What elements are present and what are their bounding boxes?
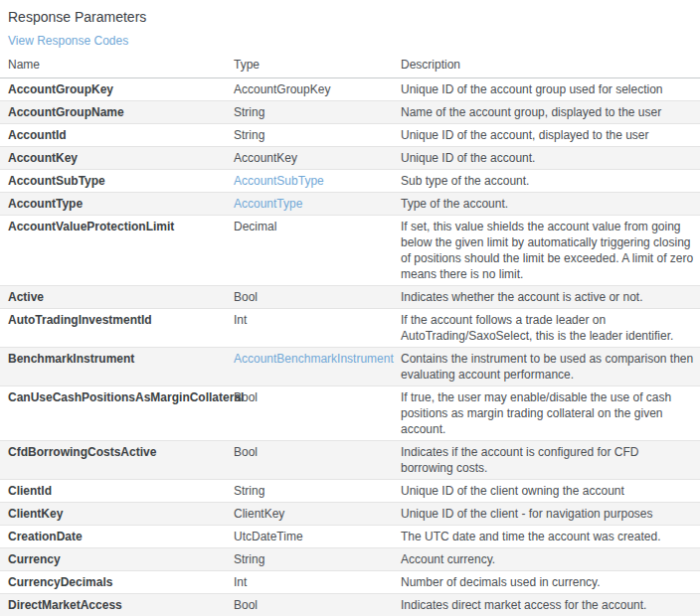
- param-description: Contains the instrument to be used as co…: [401, 348, 700, 385]
- table-row: AccountId String Unique ID of the accoun…: [0, 123, 700, 146]
- param-description: If set, this value shields the account v…: [401, 216, 700, 285]
- table-row: ClientKey ClientKey Unique ID of the cli…: [0, 502, 700, 525]
- table-header-row: Name Type Description: [0, 53, 700, 78]
- param-type: String: [234, 548, 401, 570]
- param-description: Indicates direct market access for the a…: [401, 594, 700, 616]
- param-name: ClientId: [0, 480, 234, 502]
- param-type-link[interactable]: AccountBenchmarkInstrument: [234, 348, 401, 370]
- param-name: ClientKey: [0, 503, 234, 525]
- param-type: AccountGroupKey: [234, 78, 401, 100]
- param-type: Bool: [234, 594, 401, 616]
- param-type: Decimal: [234, 216, 401, 237]
- param-name: CreationDate: [0, 526, 234, 547]
- param-name: AccountKey: [0, 147, 234, 169]
- table-row: CreationDate UtcDateTime The UTC date an…: [0, 525, 700, 547]
- table-row: CfdBorrowingCostsActive Bool Indicates i…: [0, 440, 700, 479]
- table-row: AccountSubType AccountSubType Sub type o…: [0, 169, 700, 192]
- param-description: If the account follows a trade leader on…: [401, 309, 700, 347]
- table-row: CanUseCashPositionsAsMarginCollateral Bo…: [0, 385, 700, 440]
- table-row: AccountKey AccountKey Unique ID of the a…: [0, 146, 700, 169]
- param-name: AutoTradingInvestmentId: [0, 309, 234, 331]
- param-description: Indicates if the account is configured f…: [401, 441, 700, 479]
- param-description: Unique ID of the account, displayed to t…: [401, 124, 700, 146]
- param-name: BenchmarkInstrument: [0, 348, 234, 370]
- param-name: AccountType: [0, 193, 234, 215]
- param-type-link[interactable]: AccountType: [234, 193, 401, 215]
- column-header-description: Description: [401, 57, 700, 73]
- param-type: Int: [234, 571, 401, 593]
- table-row: AutoTradingInvestmentId Int If the accou…: [0, 308, 700, 347]
- param-type: Int: [234, 309, 401, 331]
- table-row: AccountGroupName String Name of the acco…: [0, 100, 700, 123]
- param-type: String: [234, 480, 401, 502]
- param-description: Type of the account.: [401, 193, 700, 215]
- response-parameters-table: Name Type Description AccountGroupKey Ac…: [0, 53, 700, 616]
- param-type: Bool: [234, 386, 401, 408]
- param-name: CurrencyDecimals: [0, 571, 234, 593]
- view-response-codes-link[interactable]: View Response Codes: [8, 34, 128, 49]
- param-name: Active: [0, 286, 234, 308]
- table-row: DirectMarketAccess Bool Indicates direct…: [0, 593, 700, 616]
- param-name: AccountId: [0, 124, 234, 146]
- param-description: Number of decimals used in currency.: [401, 571, 700, 593]
- param-description: Unique ID of the account.: [401, 147, 700, 169]
- param-description: Unique ID of the client owning the accou…: [401, 480, 700, 502]
- table-body: AccountGroupKey AccountGroupKey Unique I…: [0, 78, 700, 616]
- param-type: AccountKey: [234, 147, 401, 169]
- param-type: ClientKey: [234, 503, 401, 525]
- table-row: CurrencyDecimals Int Number of decimals …: [0, 570, 700, 593]
- table-row: AccountValueProtectionLimit Decimal If s…: [0, 215, 700, 285]
- table-row: AccountGroupKey AccountGroupKey Unique I…: [0, 78, 700, 100]
- page-title: Response Parameters: [0, 8, 700, 26]
- param-type: UtcDateTime: [234, 526, 401, 547]
- param-name: AccountSubType: [0, 170, 234, 192]
- param-name: DirectMarketAccess: [0, 594, 234, 616]
- param-name: AccountGroupName: [0, 101, 234, 123]
- param-type: String: [234, 101, 401, 123]
- table-row: Active Bool Indicates whether the accoun…: [0, 285, 700, 308]
- param-description: Unique ID of the client - for navigation…: [401, 503, 700, 525]
- column-header-name: Name: [0, 57, 234, 73]
- param-description: Sub type of the account.: [401, 170, 700, 192]
- param-name: CfdBorrowingCostsActive: [0, 441, 234, 463]
- param-description: Indicates whether the account is active …: [401, 286, 700, 308]
- response-parameters-section: Response Parameters View Response Codes …: [0, 0, 700, 616]
- param-description: If true, the user may enable/disable the…: [401, 386, 700, 440]
- param-description: The UTC date and time the account was cr…: [401, 526, 700, 547]
- table-row: AccountType AccountType Type of the acco…: [0, 192, 700, 215]
- param-type: Bool: [234, 286, 401, 308]
- param-name: Currency: [0, 548, 234, 570]
- param-name: CanUseCashPositionsAsMarginCollateral: [0, 386, 234, 408]
- table-row: BenchmarkInstrument AccountBenchmarkInst…: [0, 347, 700, 385]
- param-type: Bool: [234, 441, 401, 463]
- param-name: AccountGroupKey: [0, 78, 234, 100]
- param-description: Account currency.: [401, 548, 700, 570]
- table-row: ClientId String Unique ID of the client …: [0, 479, 700, 502]
- param-type-link[interactable]: AccountSubType: [234, 170, 401, 192]
- column-header-type: Type: [234, 57, 401, 73]
- table-row: Currency String Account currency.: [0, 547, 700, 570]
- param-name: AccountValueProtectionLimit: [0, 216, 234, 237]
- param-type: String: [234, 124, 401, 146]
- param-description: Name of the account group, displayed to …: [401, 101, 700, 123]
- param-description: Unique ID of the account group used for …: [401, 78, 700, 100]
